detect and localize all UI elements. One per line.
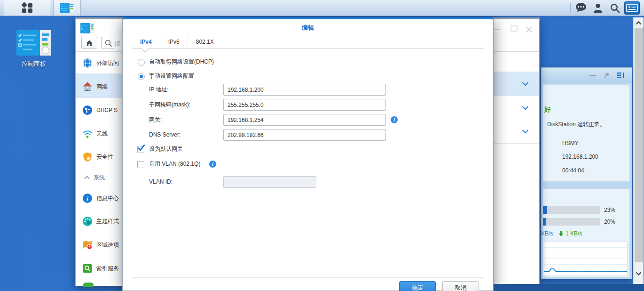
wifi-icon [82, 129, 93, 139]
health-status-box: 好 DiskStation 运转正常。 HSMY 192.168.1.200 0… [542, 84, 630, 182]
ok-button[interactable]: 确定 [399, 281, 436, 291]
svg-text:i: i [86, 195, 88, 202]
network-traffic-chart [544, 242, 628, 276]
chevron-up-icon [84, 176, 90, 179]
cpu-usage-value: 23% [604, 206, 615, 214]
main-menu-button[interactable] [4, 0, 50, 16]
sidebar-item-external-access[interactable]: 外部访问 [76, 53, 123, 73]
sidebar-item-label: 主题样式 [96, 218, 119, 226]
panel-layout-icon[interactable] [617, 72, 625, 79]
upload-speed: KB/s [541, 230, 553, 237]
main-menu-icon [22, 3, 32, 13]
scrollbar-thumb[interactable] [635, 28, 643, 262]
globe-icon [82, 58, 93, 68]
close-icon [526, 26, 533, 33]
radio-manual[interactable] [138, 73, 145, 80]
cancel-button[interactable]: 取消 [442, 281, 479, 291]
sidebar-item-label: 信息中心 [96, 194, 119, 202]
control-panel-icon [16, 30, 51, 56]
palette-icon [82, 216, 93, 226]
sidebar-item-partial-icon [83, 283, 94, 287]
footer-divider [132, 277, 484, 278]
sidebar-item-network[interactable]: 网络 [76, 76, 123, 97]
home-button[interactable] [81, 37, 97, 49]
index-search-icon [82, 263, 93, 274]
sidebar-item-wireless[interactable]: 无线 [76, 123, 123, 144]
widgets-toggle-button[interactable] [623, 0, 640, 16]
dns-server-input[interactable] [223, 129, 386, 141]
scroll-down-button[interactable] [634, 269, 644, 278]
home-icon [85, 39, 94, 47]
gateway-info-icon[interactable]: i [391, 116, 398, 123]
chevron-up-icon [636, 21, 642, 25]
desktop-icon-label: 控制面板 [10, 60, 57, 68]
region-map-icon [82, 240, 93, 250]
check-icon [137, 144, 146, 151]
radio-dhcp-label: 自动取得网络设置(DHCP) [149, 56, 214, 68]
network-home-icon [82, 81, 93, 92]
search-icon [610, 3, 620, 13]
tab-8021x[interactable]: 802.1X [188, 36, 222, 48]
taskbar-divider [570, 3, 571, 13]
uptime: 00:44:04 [562, 167, 584, 174]
chevron-down-icon [522, 129, 529, 134]
sidebar-item-label: 网络 [96, 83, 108, 91]
window-title-icon [80, 23, 94, 34]
health-status: 好 [544, 105, 551, 114]
global-search-button[interactable] [606, 0, 623, 16]
default-gateway-label: 设为默认网关 [149, 143, 183, 155]
ip-address-input[interactable] [223, 84, 386, 96]
chevron-down-icon [522, 105, 529, 110]
sidebar-item-label: 无线 [96, 130, 108, 138]
widget-header [542, 68, 632, 83]
close-button[interactable] [526, 24, 535, 33]
traffic-sparkline [544, 242, 627, 276]
notifications-button[interactable] [573, 0, 589, 16]
sidebar-section-label: 系统 [94, 174, 105, 182]
vlan-enable-checkbox[interactable] [137, 161, 144, 168]
sidebar-item-indexing-service[interactable]: 索引服务 [76, 258, 123, 279]
system-health-widget: 好 DiskStation 运转正常。 HSMY 192.168.1.200 0… [541, 67, 632, 279]
chevron-down-icon [636, 272, 642, 275]
radio-dhcp[interactable] [138, 59, 145, 66]
default-gateway-checkbox[interactable] [137, 146, 144, 153]
user-menu-button[interactable] [589, 0, 606, 16]
ram-usage-bar [543, 218, 600, 226]
maximize-button[interactable] [510, 24, 520, 33]
tab-ipv6[interactable]: IPv6 [160, 36, 188, 48]
vlan-enable-label: 启用 VLAN (802.1Q) [149, 158, 200, 170]
minimize-button[interactable] [494, 24, 503, 33]
sidebar-item-label: 外部访问 [96, 59, 119, 67]
download-speed: 1 KB/s [565, 230, 582, 237]
cpu-usage-bar [543, 206, 600, 214]
widgets-panel-icon [626, 3, 638, 13]
shield-icon [82, 152, 93, 162]
notifications-chat-icon [575, 2, 587, 13]
vertical-scrollbar[interactable] [633, 17, 644, 284]
pin-icon[interactable] [603, 72, 610, 79]
gateway-input[interactable] [223, 114, 386, 126]
vlan-id-input[interactable] [223, 176, 316, 188]
sidebar-item-theme[interactable]: 主题样式 [76, 211, 123, 232]
user-icon [593, 3, 603, 13]
taskbar-control-panel-button[interactable] [53, 0, 81, 16]
sidebar-item-label: 安全性 [96, 153, 113, 161]
sidebar-item-label: 区域选项 [96, 241, 119, 249]
sidebar-item-security[interactable]: 安全性 [76, 146, 123, 167]
vlan-id-label: VLAN ID: [149, 176, 173, 188]
subnet-mask-input[interactable] [223, 99, 386, 111]
ip-address-label: IP 地址: [149, 84, 169, 96]
download-arrow-icon [558, 231, 564, 236]
desktop-icon-control-panel[interactable]: 控制面板 [10, 30, 57, 68]
sidebar-item-info-center[interactable]: i 信息中心 [76, 188, 123, 209]
info-icon: i [82, 193, 93, 203]
desktop-bottom-strip [494, 284, 644, 291]
scroll-up-button[interactable] [634, 18, 644, 28]
tab-underline [132, 48, 484, 49]
sidebar-item-dhcp-server[interactable]: DHCP S [76, 100, 123, 121]
sidebar-item-regional-options[interactable]: 区域选项 [76, 234, 123, 255]
widget-minimize-icon[interactable] [589, 75, 596, 76]
sidebar-section-system[interactable]: 系统 [76, 170, 123, 185]
resource-monitor-box: 23% 20% KB/s 1 KB/s [542, 188, 630, 278]
vlan-info-icon[interactable]: i [209, 161, 216, 168]
